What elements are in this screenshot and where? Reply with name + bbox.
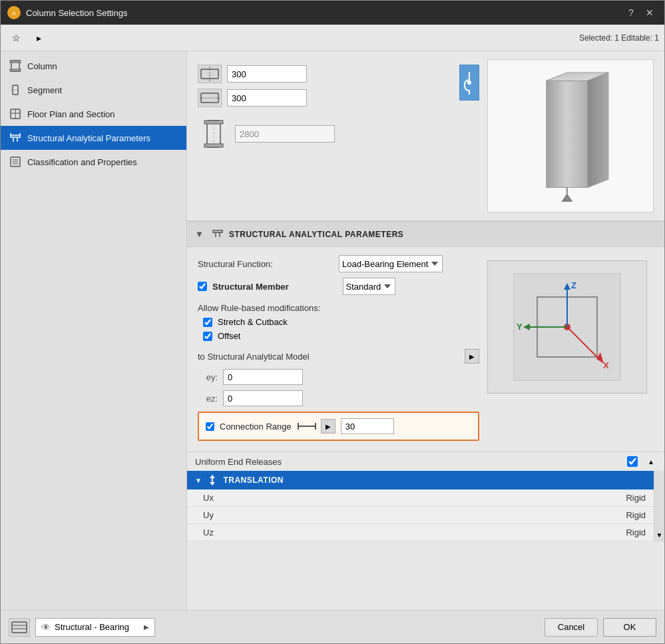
dimensions-area <box>198 59 479 212</box>
close-button[interactable]: ✕ <box>642 5 658 21</box>
stretch-cutback-checkbox[interactable] <box>203 318 212 327</box>
favorite-button[interactable]: ☆ <box>6 29 26 47</box>
table-row: Uz Rigid <box>187 524 654 541</box>
sidebar-item-structural[interactable]: Structural Analytical Parameters <box>1 126 186 150</box>
stretch-cutback-row: Stretch & Cutback <box>203 317 479 327</box>
sidebar-item-column[interactable]: Column <box>1 54 186 78</box>
ez-input[interactable] <box>223 390 303 406</box>
section-icon <box>212 227 224 241</box>
sidebar-label-floor-plan: Floor Plan and Section <box>27 109 115 119</box>
sidebar-label-segment: Segment <box>27 85 62 95</box>
toolbar-dropdown-button[interactable]: ▸ <box>29 29 49 47</box>
sidebar-item-floor-plan[interactable]: Floor Plan and Section <box>1 102 186 126</box>
svg-point-23 <box>467 81 471 85</box>
connection-range-checkbox[interactable] <box>206 422 214 431</box>
floor-plan-icon <box>9 107 22 121</box>
uniform-end-releases-checkbox[interactable] <box>627 456 638 467</box>
structural-member-checkbox-row: Structural Member <box>198 282 335 292</box>
translation-group-header: ▼ TRANSLATION <box>187 471 654 489</box>
svg-rect-54 <box>12 622 27 633</box>
dialog-title: Column Selection Settings <box>26 8 623 18</box>
structural-member-checkbox[interactable] <box>198 282 207 291</box>
sam-row: to Structural Analytical Model ▶ <box>198 346 479 366</box>
svg-marker-53 <box>210 482 215 485</box>
connection-range-input[interactable] <box>341 418 394 434</box>
width-icon <box>198 65 222 83</box>
axis-svg: Z Y X <box>501 267 634 387</box>
right-panel: ▼ STRUCTURAL ANALYTICAL PARAMETERS <box>187 51 664 610</box>
translation-icon <box>207 475 218 485</box>
ok-button[interactable]: OK <box>603 618 656 637</box>
svg-marker-30 <box>588 73 608 188</box>
connection-range-label: Connection Range <box>220 422 292 432</box>
row-label-ux: Ux <box>203 493 626 503</box>
toolbar-left: ☆ ▸ <box>6 29 49 47</box>
section-title: STRUCTURAL ANALYTICAL PARAMETERS <box>229 230 403 239</box>
sidebar-item-classification[interactable]: Classification and Properties <box>1 150 186 174</box>
profile-selector[interactable]: 👁 Structural - Bearing ▶ <box>35 618 155 637</box>
table-scroll-area: ▼ TRANSLATION Ux <box>187 471 654 541</box>
row-value-uz: Rigid <box>626 527 646 537</box>
scroll-bar[interactable]: ▼ <box>654 471 664 541</box>
table-row: Uy Rigid <box>187 507 654 524</box>
scroll-up-icon[interactable]: ▲ <box>648 458 654 466</box>
rule-based-label: Allow Rule-based modifications: <box>198 303 479 313</box>
profile-icon <box>9 618 30 637</box>
offset-checkbox[interactable] <box>203 332 212 341</box>
ey-input[interactable] <box>223 369 303 385</box>
rule-checkboxes: Stretch & Cutback Offset <box>198 317 479 341</box>
bottom-left: 👁 Structural - Bearing ▶ <box>9 618 155 637</box>
offset-row-checkbox: Offset <box>203 331 479 341</box>
ez-row: ez: <box>198 388 479 409</box>
rule-based-section: Allow Rule-based modifications: Stretch … <box>198 303 479 341</box>
svg-rect-10 <box>11 135 20 137</box>
axis-diagram: Z Y X <box>487 260 647 394</box>
column-height-icon <box>198 118 230 150</box>
svg-rect-26 <box>204 144 223 147</box>
svg-text:A: A <box>12 10 16 17</box>
sidebar-item-segment[interactable]: Segment <box>1 78 186 102</box>
bottom-bar: 👁 Structural - Bearing ▶ Cancel OK <box>1 610 664 643</box>
3d-preview <box>487 59 654 212</box>
table-area: Uniform End Releases ▲ ▼ <box>187 452 664 541</box>
params-section: ▼ STRUCTURAL ANALYTICAL PARAMETERS <box>187 221 664 610</box>
collapse-icon[interactable]: ▼ <box>195 229 204 239</box>
top-area <box>187 51 664 221</box>
structural-function-label: Structural Function: <box>198 259 331 269</box>
chevron-right-icon: ▸ <box>37 33 41 43</box>
svg-text:X: X <box>603 360 609 370</box>
uniform-end-releases-label: Uniform End Releases <box>195 457 619 467</box>
height-row <box>198 89 454 107</box>
dialog: A Column Selection Settings ? ✕ ☆ ▸ Sele… <box>0 0 665 644</box>
width-input[interactable] <box>227 65 307 83</box>
sidebar: Column Segment <box>1 51 187 610</box>
depth-input[interactable] <box>227 89 307 107</box>
params-two-col: Structural Function: Load-Bearing Elemen… <box>198 255 654 444</box>
column-height-input[interactable] <box>235 125 335 143</box>
structural-member-standard-select[interactable]: Standard <box>343 278 395 295</box>
ey-row: ey: <box>198 366 479 388</box>
translation-collapse-icon[interactable]: ▼ <box>195 477 202 484</box>
title-bar: A Column Selection Settings ? ✕ <box>1 1 664 25</box>
connection-range-arrow-button[interactable]: ▶ <box>321 419 335 434</box>
sidebar-label-structural: Structural Analytical Parameters <box>27 133 150 143</box>
link-dimensions-button[interactable] <box>459 65 479 101</box>
cancel-button[interactable]: Cancel <box>545 618 598 637</box>
help-button[interactable]: ? <box>623 5 639 21</box>
svg-text:Z: Z <box>571 280 576 290</box>
structural-function-select[interactable]: Load-Bearing Element <box>339 255 443 272</box>
sam-arrow-button[interactable]: ▶ <box>465 349 479 364</box>
app-icon: A <box>7 6 21 19</box>
width-row <box>198 65 454 83</box>
star-icon: ☆ <box>12 33 21 43</box>
params-left: Structural Function: Load-Bearing Elemen… <box>198 255 479 444</box>
svg-rect-19 <box>201 69 218 79</box>
scroll-down-icon[interactable]: ▼ <box>656 531 663 539</box>
connection-range-icon: ▶ <box>297 419 335 434</box>
column-3d-svg <box>488 60 653 212</box>
svg-rect-3 <box>10 61 21 63</box>
svg-rect-33 <box>213 230 222 232</box>
uniform-end-releases-row: Uniform End Releases ▲ <box>187 452 664 471</box>
row-value-uy: Rigid <box>626 510 646 520</box>
translation-label: TRANSLATION <box>223 476 284 485</box>
